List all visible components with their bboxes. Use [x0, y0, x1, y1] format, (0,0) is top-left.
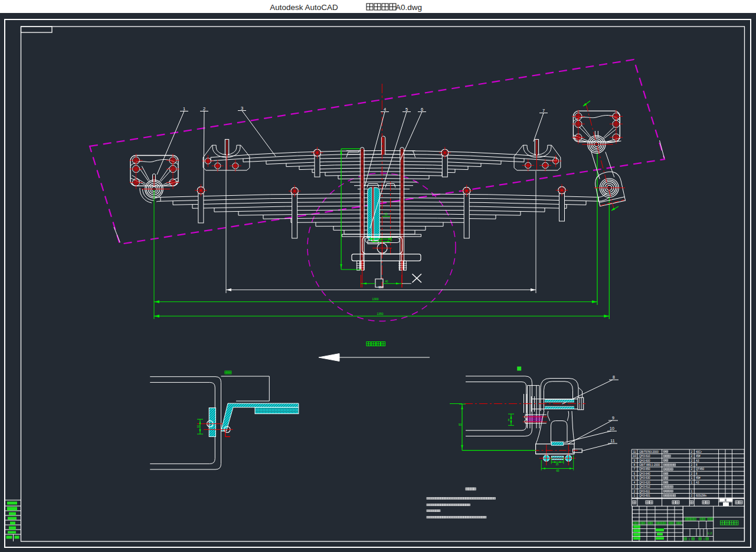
svg-text:3: 3 [634, 485, 636, 488]
svg-text:4: 4 [634, 481, 636, 484]
svg-text:QT450: QT450 [696, 468, 704, 471]
svg-text:2: 2 [634, 489, 636, 493]
svg-text:2: 2 [691, 454, 693, 458]
svg-text:QH3-610: QH3-610 [639, 455, 650, 458]
svg-text:7: 7 [634, 467, 636, 471]
svg-text:1: 1 [183, 106, 185, 111]
svg-text:1350: 1350 [377, 312, 383, 316]
svg-text:A3: A3 [696, 459, 699, 462]
svg-text:A0.dwg: A0.dwg [395, 3, 422, 12]
svg-text:35: 35 [555, 463, 559, 466]
svg-text:5: 5 [634, 476, 636, 479]
svg-text:90: 90 [459, 423, 462, 426]
svg-text:6: 6 [421, 107, 423, 112]
svg-text:7: 7 [542, 108, 545, 113]
svg-text:2: 2 [691, 459, 693, 462]
svg-text:2: 2 [691, 463, 693, 466]
svg-text:1300: 1300 [372, 297, 378, 301]
svg-text:2: 2 [203, 106, 205, 111]
svg-text:8: 8 [613, 375, 615, 379]
svg-text:11: 11 [633, 450, 636, 454]
svg-text:10: 10 [610, 426, 614, 431]
svg-text:40Cr: 40Cr [696, 451, 702, 454]
svg-text:QH3-650: QH3-650 [639, 468, 650, 471]
svg-text:QH3-620: QH3-620 [639, 481, 650, 484]
svg-text:6: 6 [634, 472, 636, 475]
svg-text:2: 2 [691, 467, 693, 471]
svg-text:10: 10 [633, 454, 636, 458]
svg-text:1:2: 1:2 [707, 531, 712, 535]
svg-text:1: 1 [691, 481, 693, 484]
svg-text:40: 40 [385, 280, 388, 283]
svg-text:A3: A3 [696, 481, 699, 484]
svg-text:1: 1 [691, 489, 693, 493]
svg-text:QH3-611: QH3-611 [639, 490, 650, 493]
svg-text:QH3-600: QH3-600 [639, 459, 650, 462]
svg-text:8: 8 [696, 472, 698, 475]
svg-text:9: 9 [634, 459, 636, 462]
svg-text:2: 2 [691, 450, 693, 454]
svg-text:Autodesk AutoCAD: Autodesk AutoCAD [270, 3, 338, 12]
svg-text:8: 8 [634, 463, 636, 466]
svg-text:4: 4 [384, 107, 386, 112]
svg-text:QH3-640: QH3-640 [639, 472, 650, 475]
svg-text:950: 950 [378, 285, 384, 289]
svg-text:9: 9 [612, 416, 614, 420]
svg-text:10: 10 [197, 425, 200, 428]
svg-text:60Si2Mn: 60Si2Mn [696, 494, 707, 497]
svg-text:11: 11 [610, 439, 614, 443]
svg-text:45#: 45# [696, 477, 701, 479]
svg-text:1: 1 [634, 494, 636, 497]
svg-text:QH3-601: QH3-601 [639, 494, 650, 497]
svg-text:2: 2 [691, 494, 693, 497]
svg-text:1: 1 [691, 476, 693, 479]
svg-text:45#: 45# [696, 455, 701, 458]
svg-text:2: 2 [691, 472, 693, 475]
svg-text:15: 15 [384, 213, 388, 216]
svg-text:GB/T 889.1-2000: GB/T 889.1-2000 [639, 464, 660, 466]
svg-text:8: 8 [696, 464, 698, 466]
svg-text:QH3-630: QH3-630 [639, 477, 650, 479]
svg-text:GB/T5783-2000: GB/T5783-2000 [639, 451, 659, 454]
svg-text:QH3-612: QH3-612 [639, 485, 650, 488]
svg-text:65: 65 [556, 469, 559, 472]
svg-text:3: 3 [241, 106, 243, 111]
svg-text:5: 5 [405, 107, 408, 112]
